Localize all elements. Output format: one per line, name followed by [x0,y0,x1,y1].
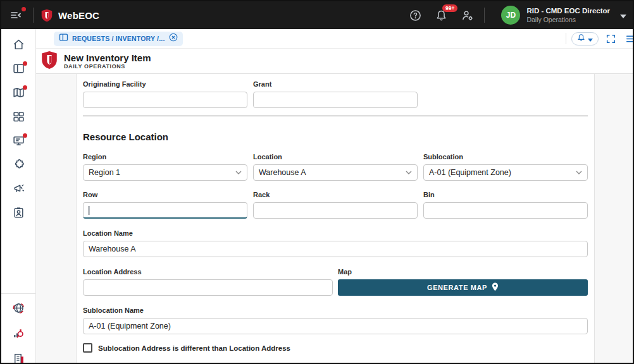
generate-map-button[interactable]: GENERATE MAP [338,279,588,296]
grant-input[interactable] [253,92,418,108]
topbar-right: 99+ JD RID - CMD EOC Director Daily Oper… [398,1,626,29]
map-pin-icon [492,282,499,293]
region-label: Region [83,153,247,161]
sidebar-item-apps[interactable] [6,106,30,130]
user-role: RID - CMD EOC Director [526,6,610,15]
location-address-label: Location Address [83,268,333,276]
contacts-icon [12,206,25,222]
section-divider [83,116,588,116]
page-header: New Inventory Item DAILY OPERATIONS [36,49,633,74]
location-name-label: Location Name [83,229,588,237]
topbar: WebEOC 99+ JD RID - CMD EOC Director Dai… [1,1,633,29]
apps-icon [12,110,25,126]
badge-dot [23,61,27,66]
plugins-icon [12,158,25,174]
form-panel: Originating Facility Grant Resource Loca… [76,74,595,363]
user-settings-icon[interactable] [459,7,476,24]
user-info[interactable]: RID - CMD EOC Director Daily Operations [526,6,610,24]
app-name: WebEOC [58,10,99,21]
alerts-icon [12,182,25,198]
location-value: Warehouse A [259,168,306,177]
sidebar [1,29,36,363]
map-label: Map [338,268,588,276]
bin-label: Bin [423,191,588,198]
notifications-bell-icon[interactable]: 99+ [433,7,450,24]
avatar[interactable]: JD [501,6,520,25]
sublocation-name-label: Sublocation Name [83,306,588,314]
sidebar-divider [1,293,36,294]
sublocation-address-checkbox[interactable] [83,343,92,353]
tab-label: REQUESTS / INVENTORY /... [72,35,165,42]
sublocation-select[interactable]: A-01 (Equipment Zone) [423,164,588,181]
sidebar-item-home[interactable] [6,33,30,58]
user-mode: Daily Operations [526,16,610,24]
notification-dot [22,7,26,11]
sublocation-address-checkbox-row[interactable]: Sublocation Address is different than Lo… [83,343,588,353]
region-value: Region 1 [89,168,120,177]
badge-dot [23,85,27,90]
sidebar-item-alerts[interactable] [6,178,30,202]
sidebar-item-organization[interactable] [6,349,30,363]
row-input[interactable] [83,202,247,219]
sidebar-item-plugins[interactable] [6,154,30,178]
web-icon [12,301,25,317]
caret-down-icon [588,34,593,44]
text-cursor [88,206,90,215]
location-name-input[interactable] [83,241,588,257]
chevron-down-icon [235,171,242,174]
sidebar-item-maps[interactable] [6,82,30,106]
topbar-left: WebEOC [6,1,99,29]
list-icon[interactable] [623,32,633,46]
app-window: WebEOC 99+ JD RID - CMD EOC Director Dai… [0,0,634,364]
rack-input[interactable] [253,202,418,219]
divider [33,8,34,23]
location-address-input[interactable] [83,279,333,296]
chevron-down-icon [406,171,412,174]
sidebar-item-contacts[interactable] [6,202,30,226]
grant-label: Grant [253,80,418,88]
bin-input[interactable] [423,202,588,219]
notifications-bell-icon [577,33,585,44]
region-select[interactable]: Region 1 [83,164,247,181]
chevron-down-icon [576,171,582,174]
row-label: Row [83,191,247,198]
tab-requests-inventory[interactable]: REQUESTS / INVENTORY /... [54,32,183,46]
generate-map-label: GENERATE MAP [427,284,487,291]
rack-label: Rack [253,191,418,198]
organization-icon [12,352,25,363]
badge-dot [23,133,27,138]
board-icon [59,33,68,44]
sublocation-value: A-01 (Equipment Zone) [429,168,511,177]
sublocation-name-input[interactable] [83,318,588,334]
help-icon[interactable] [407,7,424,24]
webeoc-shield-icon [41,9,53,22]
webeoc-shield-icon [41,51,58,72]
close-icon[interactable] [169,33,178,44]
tab-notifications-button[interactable] [571,32,599,46]
divider [566,33,566,44]
fullscreen-icon[interactable] [604,32,618,46]
sidebar-item-web[interactable] [6,299,30,319]
page-subtitle: DAILY OPERATIONS [64,63,151,70]
tabbar-actions [566,29,633,48]
tabbar: REQUESTS / INVENTORY /... [36,29,633,49]
sublocation-address-checkbox-label: Sublocation Address is different than Lo… [98,344,290,352]
caret-down-icon[interactable] [620,9,626,21]
search-analytics-icon [12,327,25,343]
location-label: Location [253,153,418,161]
content-area: Originating Facility Grant Resource Loca… [36,74,633,363]
location-select[interactable]: Warehouse A [253,164,418,181]
home-icon [12,38,25,54]
divider [484,8,485,23]
section-title: Resource Location [83,131,588,142]
originating-facility-label: Originating Facility [83,80,247,88]
notification-count-badge: 99+ [442,4,457,13]
sublocation-label: Sublocation [423,153,588,161]
page-title: New Inventory Item [64,52,151,63]
sidebar-item-boards[interactable] [6,58,30,82]
sidebar-item-search-analytics[interactable] [6,324,30,344]
originating-facility-input[interactable] [83,92,247,108]
menu-open-icon[interactable] [6,6,25,24]
sidebar-item-messages[interactable] [6,130,30,154]
